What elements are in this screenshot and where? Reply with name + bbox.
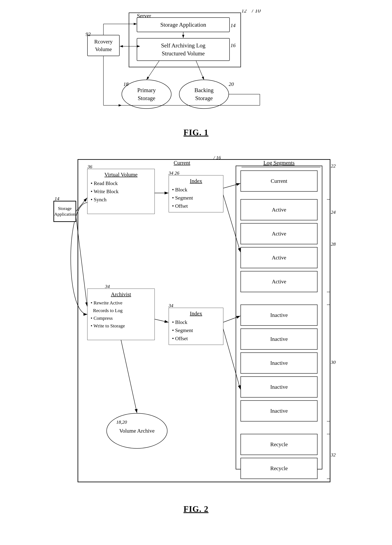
inactive-segment-5: Inactive <box>241 401 317 421</box>
svg-text:14: 14 <box>231 23 236 28</box>
svg-line-55 <box>121 340 137 413</box>
volume-archive-label: Volume Archive <box>107 413 167 448</box>
svg-text:20: 20 <box>229 81 234 87</box>
svg-text:34: 34 <box>168 303 173 308</box>
svg-line-51 <box>223 195 240 252</box>
svg-line-10 <box>147 61 159 80</box>
virtual-volume-box: Virtual Volume • Read Block• Write Block… <box>87 169 154 214</box>
svg-text:32: 32 <box>331 452 336 457</box>
recycle-segment-2: Recycle <box>241 458 317 479</box>
svg-line-56 <box>76 217 87 306</box>
current-segment: Current <box>241 171 317 192</box>
svg-text:34  26: 34 26 <box>168 170 179 176</box>
fig2-container: / 16 14 22 28 30 32 24 36 34 26 34 34 18… <box>13 150 379 514</box>
index2-box: Index • Block• Segment• Offset <box>169 308 223 345</box>
fig1-title: FIG. 1 <box>184 128 208 137</box>
primary-storage-label: PrimaryStorage <box>122 80 171 109</box>
index1-items: • Block• Segment• Offset <box>172 186 220 210</box>
backing-storage-label: BackingStorage <box>179 80 229 109</box>
self-archiving-label: Self Archiving LogStructured Volume <box>137 38 230 61</box>
active-segment-1: Active <box>241 199 317 220</box>
index2-title: Index <box>172 310 220 316</box>
page: 12 / 10 14 16 92 18 20 Server Storage Ap… <box>13 10 379 514</box>
svg-text:36: 36 <box>87 164 92 169</box>
svg-text:14: 14 <box>55 196 59 201</box>
fig2-diagram: / 16 14 22 28 30 32 24 36 34 26 34 34 18… <box>52 150 340 501</box>
current-header: Current <box>174 160 190 166</box>
fig2-title: FIG. 2 <box>184 504 208 514</box>
active-segment-3: Active <box>241 247 317 268</box>
archivist-title: Archivist <box>91 291 151 297</box>
svg-line-50 <box>223 183 240 188</box>
svg-line-11 <box>196 61 204 80</box>
svg-text:30: 30 <box>331 359 336 365</box>
svg-text:16: 16 <box>231 43 236 48</box>
svg-text:22: 22 <box>331 163 336 168</box>
recycle-segment-1: Recycle <box>241 434 317 455</box>
index1-box: Index • Block• Segment• Offset <box>169 175 223 212</box>
archivist-box: Archivist • Rewrite Active Records to Lo… <box>87 289 154 340</box>
svg-line-52 <box>223 316 240 322</box>
index2-items: • Block• Segment• Offset <box>172 318 220 343</box>
fig1-container: 12 / 10 14 16 92 18 20 Server Storage Ap… <box>13 10 379 137</box>
inactive-segment-4: Inactive <box>241 377 317 397</box>
svg-line-54 <box>154 319 169 322</box>
svg-text:/ 16: / 16 <box>213 155 221 160</box>
active-segment-4: Active <box>241 271 317 292</box>
index1-title: Index <box>172 178 220 184</box>
svg-line-48 <box>76 198 87 211</box>
svg-text:12: 12 <box>241 10 247 13</box>
inactive-segment-2: Inactive <box>241 329 317 349</box>
svg-text:24: 24 <box>331 210 336 215</box>
storage-app-label: Storage Application <box>137 18 230 32</box>
log-segments-header: Log Segments <box>236 160 322 166</box>
svg-line-53 <box>223 329 240 389</box>
svg-text:34: 34 <box>105 284 110 289</box>
archivist-items: • Rewrite Active Records to Log• Compres… <box>91 299 151 330</box>
fig2-storage-app: StorageApplication <box>54 201 76 222</box>
recovery-volume-label: RcoveryVolume <box>87 35 119 56</box>
svg-text:28: 28 <box>331 241 336 247</box>
fig1-diagram: 12 / 10 14 16 92 18 20 Server Storage Ap… <box>84 10 308 118</box>
svg-text:/ 10: / 10 <box>251 10 261 14</box>
active-segment-2: Active <box>241 223 317 244</box>
vv-title: Virtual Volume <box>91 172 151 178</box>
vv-items: • Read Block• Write Block• Synch <box>91 179 151 204</box>
inactive-segment-3: Inactive <box>241 353 317 373</box>
inactive-segment-1: Inactive <box>241 305 317 326</box>
